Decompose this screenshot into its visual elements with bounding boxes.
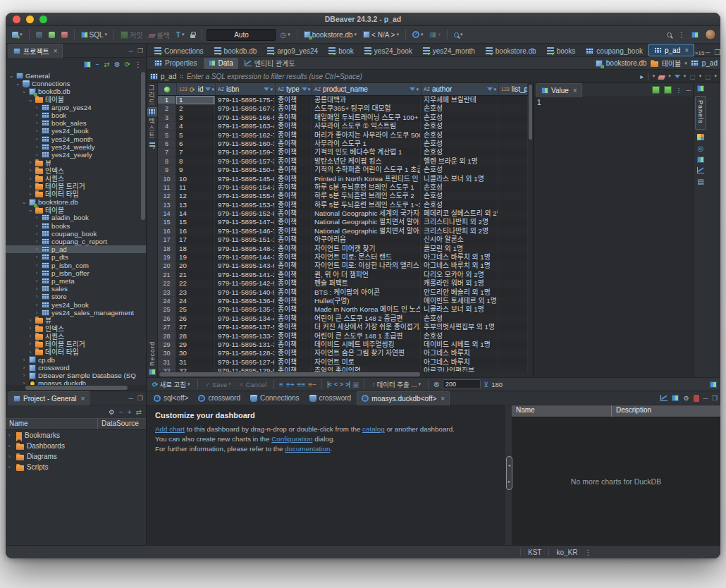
export-data-button[interactable]: ↑데이터 추출 ...▾: [369, 378, 422, 391]
cell-isbn[interactable]: 979-11-5895-127-6: [215, 358, 275, 367]
tree-item-books[interactable]: ›books: [6, 222, 146, 230]
sort-filter-icon[interactable]: ▾: [205, 87, 214, 92]
calc-panel-icon[interactable]: ▤: [697, 178, 703, 185]
text-presentation-label[interactable]: 텍스트: [147, 118, 156, 139]
row-number[interactable]: 29: [158, 341, 176, 349]
fetch-size-input[interactable]: 200: [443, 379, 481, 389]
editor-tab-argo9_yes24[interactable]: argo9_yes24: [262, 45, 323, 56]
tree-item-book[interactable]: ›book: [6, 111, 146, 119]
row-number[interactable]: 20: [158, 262, 176, 270]
cell-isbn[interactable]: 979-11-5895-146-7: [215, 227, 275, 235]
database-selector[interactable]: bookstore.db▾: [302, 30, 359, 40]
cell-type[interactable]: 종이책: [275, 218, 312, 226]
tree-hscrollbar[interactable]: [6, 385, 146, 391]
cell-product_name[interactable]: Made in North Korea 메이드 인 노스코리아: [312, 305, 421, 314]
cell-author[interactable]: 다리오 모카아 외 2명: [421, 271, 498, 279]
save-button[interactable]: ✓Save▾: [203, 379, 234, 390]
tree-chevron-icon[interactable]: ⌄: [21, 199, 27, 205]
tree-chevron-icon[interactable]: ›: [34, 223, 39, 229]
cell-type[interactable]: 종이책: [275, 227, 312, 235]
link-icon[interactable]: ⇄: [136, 408, 142, 416]
cell-product_name[interactable]: 펜슬 퍼펙트: [312, 279, 421, 288]
chart-icon[interactable]: [660, 395, 667, 401]
cell-id[interactable]: 13: [176, 201, 215, 209]
cell-type[interactable]: 종이책: [275, 332, 312, 341]
tree-item-node[interactable]: ›인덱스: [6, 166, 146, 174]
cell-id[interactable]: 32: [176, 367, 215, 372]
cell-product_name[interactable]: 더 커진 세상에서 가장 쉬운 종이접기교실: [312, 323, 421, 331]
maximize-panel-icon[interactable]: ❐: [712, 395, 718, 402]
row-number[interactable]: 16: [158, 227, 176, 235]
tree-chevron-icon[interactable]: ›: [34, 238, 39, 245]
expand-icon[interactable]: +: [128, 408, 132, 416]
dashboard-tab-crossword[interactable]: crossword: [194, 391, 245, 405]
tree-item-yes24_weekly[interactable]: ›yes24_weekly: [6, 143, 146, 151]
cell-list-pric[interactable]: [498, 235, 528, 244]
maximize-panel-icon[interactable]: ❐: [715, 49, 721, 56]
cell-author[interactable]: 에이빈드 토세테르 외 1명: [421, 297, 498, 305]
tab-properties[interactable]: Properties: [149, 58, 202, 69]
cell-product_name[interactable]: 하루 5분 두뇌훈련 브레인 스도쿠 2: [312, 192, 421, 200]
cell-product_name[interactable]: BTS : 케이팝의 아이콘: [312, 288, 421, 297]
cell-product_name[interactable]: Hullet(구멍): [312, 297, 421, 305]
tab-er-diagram[interactable]: 엔티티 관계도: [240, 58, 300, 69]
status-kebab[interactable]: ⋮: [584, 549, 591, 556]
tree-item-node[interactable]: ⌄테이블: [6, 206, 146, 214]
cell-isbn[interactable]: 979-11-5895-150-4: [215, 166, 275, 174]
tree-chevron-icon[interactable]: ›: [34, 278, 39, 284]
cell-isbn[interactable]: 979-11-5895-131-3: [215, 341, 275, 349]
cell-id[interactable]: 24: [176, 297, 215, 305]
cell-list-pric[interactable]: [498, 148, 528, 157]
list-item-bookmarks[interactable]: ›Bookmarks: [6, 430, 146, 441]
cell-product_name[interactable]: National Geographic 펼치면서 알아보는 숨: [312, 227, 421, 235]
cell-list-pric[interactable]: [498, 209, 528, 218]
cell-type[interactable]: 종이책: [275, 122, 312, 130]
cell-id[interactable]: 1: [176, 96, 215, 104]
cell-isbn[interactable]: 979-11-5895-135-1: [215, 305, 275, 314]
row-number[interactable]: 26: [158, 314, 176, 323]
cell-author[interactable]: 손호성: [421, 131, 498, 140]
cell-list-pric[interactable]: [498, 323, 528, 331]
tree-chevron-icon[interactable]: ›: [34, 136, 39, 142]
sql-editor-button[interactable]: SQL▾: [79, 30, 110, 40]
minimize-panel-icon[interactable]: ─: [705, 49, 710, 56]
cell-author[interactable]: 손호성: [421, 148, 498, 157]
refresh-button[interactable]: ⟳새로 고침▾: [150, 378, 192, 391]
cell-isbn[interactable]: 979-11-5895-153-5: [215, 201, 275, 209]
row-number[interactable]: 5: [158, 131, 176, 140]
cell-author[interactable]: 지우세페 브릴란테: [421, 96, 498, 104]
grid-presentation-icon[interactable]: [148, 108, 156, 116]
cell-type[interactable]: 종이책: [275, 305, 312, 314]
gear-icon[interactable]: ⚙: [114, 61, 121, 68]
cell-isbn[interactable]: 979-11-5895-144-3: [215, 253, 275, 262]
tree-chevron-icon[interactable]: ›: [27, 183, 33, 190]
row-number[interactable]: 4: [158, 122, 176, 130]
cell-type[interactable]: 종이책: [275, 367, 312, 372]
record-mode-icon[interactable]: [148, 368, 156, 376]
cell-isbn[interactable]: 979-11-5895-163-4: [215, 122, 275, 130]
link-editor-icon[interactable]: [84, 61, 91, 68]
cell-id[interactable]: 6: [176, 140, 215, 148]
commit-button[interactable]: 커밋: [118, 28, 144, 42]
cell-type[interactable]: 종이책: [275, 104, 312, 113]
cell-isbn[interactable]: 979-11-5895-162-7: [215, 131, 275, 140]
select-all-corner[interactable]: [158, 83, 177, 95]
tab-value[interactable]: Value ×: [536, 83, 582, 97]
cell-author[interactable]: 아그네스 바루치: [421, 349, 498, 357]
row-number[interactable]: 11: [158, 183, 176, 192]
row-number[interactable]: 15: [158, 218, 176, 226]
cell-type[interactable]: 종이책: [275, 192, 312, 200]
tree-item-yes24_sales_management[interactable]: ›yes24_sales_management: [6, 309, 146, 317]
schema-selector[interactable]: < N/A >▾: [361, 30, 401, 40]
cell-isbn[interactable]: 979-11-5895-141-2: [215, 271, 275, 279]
connect-button[interactable]: [34, 30, 44, 39]
tab-data[interactable]: Data: [204, 58, 238, 69]
cell-id[interactable]: 4: [176, 122, 215, 130]
row-number[interactable]: 14: [158, 209, 176, 218]
documentation-link[interactable]: documentation: [285, 445, 330, 453]
cell-product_name[interactable]: 어린이 큰 스도쿠 148 2 중급편: [312, 314, 421, 323]
cell-list-pric[interactable]: [498, 358, 528, 367]
cell-type[interactable]: 종이책: [275, 96, 312, 104]
minimize-panel-icon[interactable]: ─: [703, 395, 708, 402]
tree-chevron-icon[interactable]: ›: [34, 293, 39, 300]
